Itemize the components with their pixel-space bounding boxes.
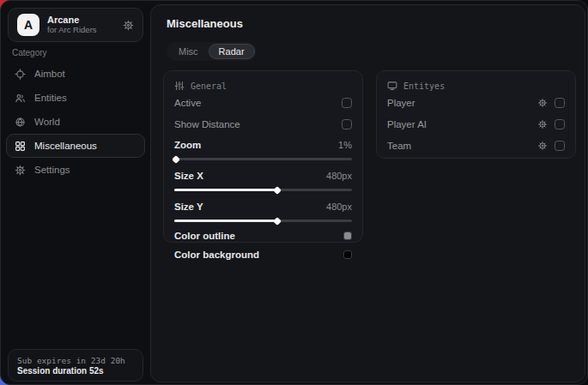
gear-icon[interactable] [537, 141, 548, 151]
color-background-swatch[interactable] [343, 250, 352, 259]
slider-value-size-y: 480px [326, 202, 352, 212]
team-checkbox[interactable] [555, 141, 565, 151]
users-icon [15, 93, 26, 104]
sidebar-item-label: Settings [34, 165, 70, 175]
slider-label-zoom: Zoom [174, 140, 201, 150]
tab-radar[interactable]: Radar [209, 44, 255, 59]
color-label: Color outline [174, 231, 235, 241]
entity-row-player-ai: Player AI [387, 115, 565, 134]
gear-icon[interactable] [537, 119, 548, 129]
sidebar-item-label: Miscellaneous [34, 141, 97, 151]
entity-label: Player AI [387, 119, 427, 129]
sidebar-item-world[interactable]: World [6, 110, 145, 134]
entities-card: Entityes Player Player AI [376, 70, 576, 159]
show-distance-checkbox[interactable] [342, 119, 352, 129]
grid-icon [15, 141, 26, 152]
entity-row-player: Player [387, 93, 565, 112]
toggle-label: Show Distance [174, 119, 240, 129]
app-subtitle: for Arc Riders [47, 26, 115, 35]
tab-bar: Misc Radar [167, 42, 257, 61]
active-checkbox[interactable] [342, 98, 352, 108]
size-x-slider[interactable] [174, 189, 352, 191]
sidebar-item-label: Entities [34, 93, 67, 103]
sidebar-item-label: World [34, 117, 60, 127]
slider-value-size-x: 480px [326, 171, 352, 181]
color-label: Color background [174, 250, 259, 260]
tab-misc[interactable]: Misc [168, 44, 209, 59]
app-title: Arcane [47, 15, 115, 26]
card-title: Entityes [403, 81, 445, 91]
main-panel: Miscellaneous Misc Radar General Active [150, 4, 585, 382]
page-title: Miscellaneous [167, 17, 243, 30]
slider-thumb[interactable] [273, 217, 282, 226]
zoom-slider[interactable] [174, 158, 352, 160]
sidebar-item-miscellaneous[interactable]: Miscellaneous [6, 134, 145, 158]
player-checkbox[interactable] [555, 98, 565, 108]
sidebar-nav: Aimbot Entities World [6, 62, 145, 182]
sidebar-item-entities[interactable]: Entities [6, 86, 145, 110]
slider-thumb[interactable] [273, 186, 282, 195]
size-y-slider[interactable] [174, 220, 352, 222]
toggle-label: Active [174, 98, 201, 108]
toggle-row-active: Active [174, 93, 352, 112]
monitor-icon [387, 81, 397, 91]
globe-icon [15, 117, 26, 128]
entity-row-team: Team [387, 136, 565, 155]
gear-icon [15, 165, 26, 176]
slider-value-zoom: 1% [338, 140, 352, 150]
sidebar-item-label: Aimbot [34, 69, 65, 79]
crosshair-icon [15, 69, 26, 80]
subscription-card: Sub expires in 23d 20h Session duration … [8, 349, 143, 382]
color-outline-row: Color outline [174, 227, 352, 244]
player-ai-checkbox[interactable] [555, 119, 565, 129]
slider-label-size-x: Size X [174, 171, 203, 181]
sidebar-item-settings[interactable]: Settings [6, 158, 145, 182]
general-card: General Active Show Distance Zoom 1% Siz… [163, 70, 363, 243]
entity-label: Team [387, 141, 411, 151]
slider-thumb[interactable] [172, 155, 180, 164]
session-duration-text: Session duration 52s [17, 366, 134, 376]
app-logo: A [17, 14, 39, 36]
color-background-row: Color background [174, 246, 352, 262]
app-window: A Arcane for Arc Riders Category [0, 0, 588, 385]
sliders-icon [174, 81, 185, 91]
gear-icon[interactable] [537, 98, 548, 108]
color-outline-swatch[interactable] [343, 232, 352, 240]
slider-label-size-y: Size Y [174, 202, 203, 212]
category-label: Category [12, 48, 47, 57]
entity-label: Player [387, 98, 415, 108]
logo-card: A Arcane for Arc Riders [8, 8, 143, 42]
card-title: General [191, 81, 227, 91]
sub-expires-text: Sub expires in 23d 20h [17, 356, 134, 365]
toggle-row-show-distance: Show Distance [174, 115, 352, 134]
sidebar-item-aimbot[interactable]: Aimbot [6, 62, 145, 86]
gear-icon[interactable] [123, 20, 134, 31]
sidebar: A Arcane for Arc Riders Category [1, 1, 150, 384]
